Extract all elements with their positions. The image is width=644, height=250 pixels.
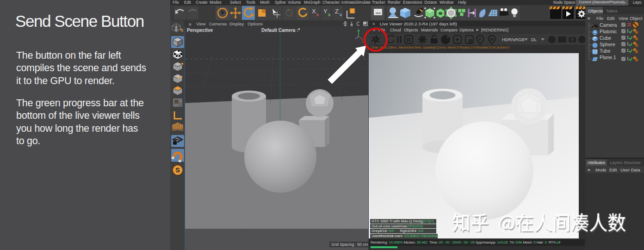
svg-text:F: F xyxy=(479,37,482,42)
svg-text:R: R xyxy=(407,37,411,43)
svg-text:M: M xyxy=(490,37,494,42)
svg-text:X: X xyxy=(312,8,316,15)
svg-text:S: S xyxy=(175,166,180,174)
svg-text:Y: Y xyxy=(323,8,328,15)
svg-text:HDR/sRGB: HDR/sRGB xyxy=(502,37,525,42)
svg-text:Z: Z xyxy=(335,8,339,15)
svg-text:DL: DL xyxy=(531,37,537,42)
